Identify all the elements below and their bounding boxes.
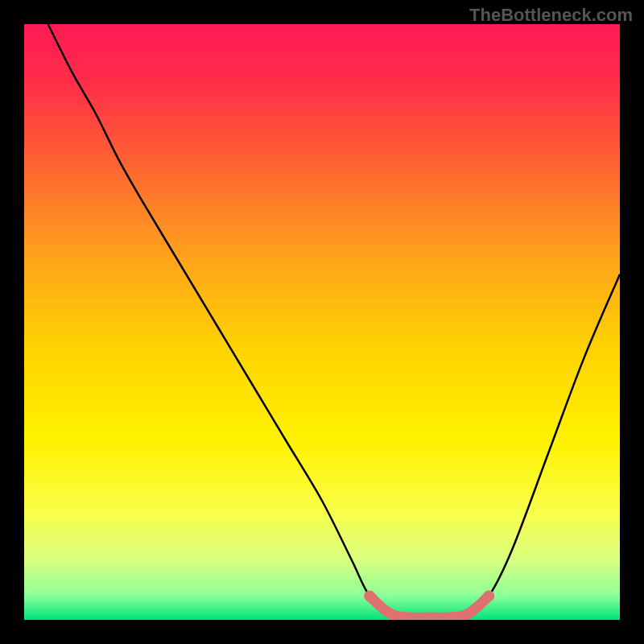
optimal-range-dots — [364, 590, 494, 601]
bottleneck-curve — [48, 24, 620, 620]
svg-point-2 — [483, 590, 494, 601]
curve-layer — [24, 24, 620, 620]
chart-container: TheBottleneck.com — [0, 0, 644, 644]
optimal-range-marker — [369, 596, 489, 617]
svg-point-1 — [364, 590, 375, 601]
watermark-text: TheBottleneck.com — [469, 5, 633, 26]
plot-area — [24, 24, 620, 620]
